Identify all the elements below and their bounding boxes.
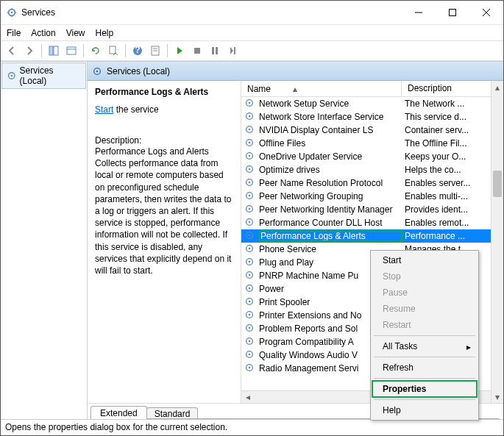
export-button[interactable] [63, 43, 79, 59]
pause-service-button[interactable] [207, 43, 223, 59]
service-name: Offline Files [259, 138, 402, 149]
column-header-description[interactable]: Description [402, 81, 491, 96]
svg-point-45 [249, 207, 251, 210]
ctx-restart: Restart [372, 317, 477, 333]
start-suffix: the service [113, 104, 158, 115]
ctx-separator [374, 399, 475, 400]
services-app-icon [7, 7, 17, 18]
svg-rect-12 [67, 47, 76, 54]
menu-help[interactable]: Help [96, 28, 114, 38]
svg-rect-22 [216, 47, 218, 54]
svg-point-31 [249, 115, 251, 117]
gear-icon [244, 310, 256, 322]
ctx-help[interactable]: Help [372, 402, 477, 418]
submenu-arrow-icon: ▸ [466, 342, 471, 352]
svg-rect-20 [194, 48, 200, 54]
close-button[interactable] [469, 1, 503, 24]
back-button[interactable] [4, 43, 20, 59]
svg-point-57 [249, 287, 251, 289]
gear-icon [244, 270, 256, 282]
start-service-button[interactable] [171, 43, 188, 59]
service-desc: Enables remot... [402, 218, 491, 228]
column-header-name[interactable]: Name ▴ [241, 81, 402, 96]
scroll-up-icon[interactable]: ▴ [491, 81, 503, 93]
content-header-title: Services (Local) [107, 66, 170, 76]
service-row[interactable]: Performance Logs & AlertsPerformance ... [241, 229, 491, 243]
toolbar-separator [167, 44, 168, 57]
gear-icon [244, 217, 256, 229]
gear-icon [244, 296, 256, 309]
svg-point-69 [249, 366, 251, 368]
service-row[interactable]: NVIDIA Display Container LSContainer ser… [241, 124, 491, 137]
service-row[interactable]: Peer Name Resolution ProtocolEnables ser… [241, 176, 491, 190]
service-row[interactable]: Peer Networking Identity ManagerProvides… [241, 203, 491, 216]
service-desc: Keeps your O... [402, 151, 491, 162]
ctx-properties[interactable]: Properties [372, 381, 477, 397]
ctx-all-tasks-label: All Tasks [383, 341, 417, 351]
svg-point-43 [249, 194, 251, 196]
service-desc: The Network ... [402, 99, 491, 109]
scroll-down-icon[interactable]: ▾ [491, 390, 503, 403]
service-name: Performance Counter DLL Host [259, 218, 402, 228]
tab-extended[interactable]: Extended [90, 406, 147, 419]
service-desc: This service d... [402, 112, 491, 122]
svg-point-61 [249, 313, 251, 315]
svg-point-63 [249, 326, 251, 329]
service-desc: Enables multi-... [402, 191, 491, 201]
gear-icon [244, 243, 256, 256]
service-row[interactable]: Performance Counter DLL HostEnables remo… [241, 216, 491, 229]
start-link[interactable]: Start [95, 104, 113, 115]
gear-icon [244, 151, 256, 163]
stop-service-button[interactable] [189, 43, 205, 59]
svg-rect-14 [110, 46, 116, 54]
service-desc: Container serv... [402, 125, 491, 135]
export-list-button[interactable] [105, 43, 121, 59]
service-name: Performance Logs & Alerts [259, 231, 402, 241]
service-name: Peer Networking Grouping [259, 191, 402, 201]
toolbar-separator [41, 44, 42, 57]
service-row[interactable]: Optimize drivesHelps the co... [241, 163, 491, 176]
list-header: Name ▴ Description [241, 81, 491, 97]
svg-text:?: ? [135, 45, 140, 55]
service-row[interactable]: OneDrive Updater ServiceKeeps your O... [241, 150, 491, 163]
service-row[interactable]: Network Setup ServiceThe Network ... [241, 97, 491, 110]
menu-file[interactable]: File [7, 28, 21, 38]
scroll-left-icon[interactable]: ◂ [241, 392, 254, 402]
vertical-scrollbar[interactable]: ▴ ▾ [491, 81, 503, 403]
svg-point-41 [249, 181, 251, 183]
tree-root-services-local[interactable]: Services (Local) [1, 62, 86, 89]
forward-button[interactable] [21, 43, 38, 59]
gear-icon [244, 230, 256, 243]
svg-point-67 [249, 353, 251, 355]
menu-view[interactable]: View [66, 28, 85, 38]
menu-action[interactable]: Action [31, 28, 55, 38]
svg-rect-23 [234, 47, 235, 54]
maximize-button[interactable] [436, 1, 469, 24]
ctx-separator [374, 357, 475, 357]
ctx-all-tasks[interactable]: All Tasks▸ [372, 338, 477, 354]
help-button[interactable]: ? [129, 43, 146, 59]
svg-point-49 [249, 234, 251, 236]
gear-icon [7, 71, 17, 81]
toolbar: ? [1, 40, 503, 61]
service-row[interactable]: Network Store Interface ServiceThis serv… [241, 110, 491, 124]
restart-service-button[interactable] [224, 43, 241, 59]
show-hide-tree-button[interactable] [46, 43, 62, 59]
gear-icon [244, 362, 256, 375]
refresh-button[interactable] [88, 43, 104, 59]
svg-point-1 [11, 12, 13, 14]
ctx-refresh[interactable]: Refresh [372, 360, 477, 376]
content-header: Services (Local) [88, 62, 503, 81]
minimize-button[interactable] [402, 1, 436, 24]
properties-button[interactable] [147, 43, 163, 59]
service-desc: Provides ident... [402, 204, 491, 215]
scroll-thumb[interactable] [493, 171, 502, 197]
service-name: OneDrive Updater Service [259, 151, 402, 162]
ctx-separator [374, 378, 475, 379]
service-row[interactable]: Offline FilesThe Offline Fil... [241, 137, 491, 150]
gear-icon [92, 66, 102, 76]
service-row[interactable]: Peer Networking GroupingEnables multi-..… [241, 190, 491, 203]
ctx-separator [374, 335, 475, 336]
ctx-start[interactable]: Start [372, 252, 477, 268]
tab-standard[interactable]: Standard [146, 407, 199, 419]
